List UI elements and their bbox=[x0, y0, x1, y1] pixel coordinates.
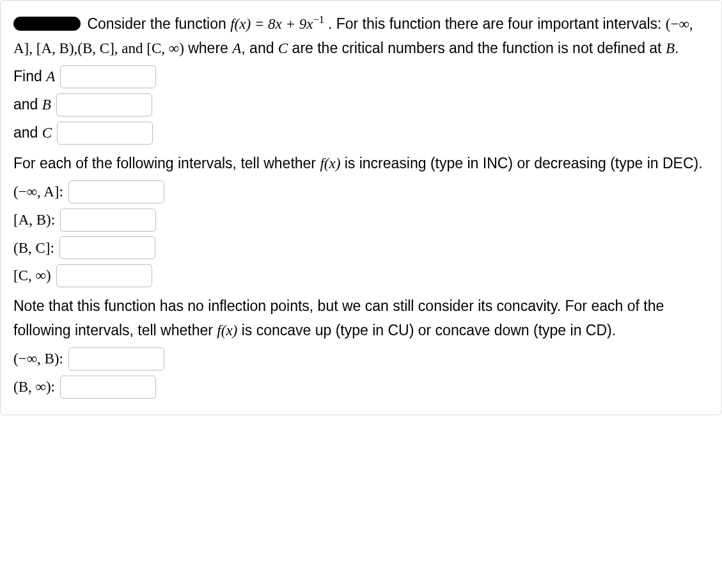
find-A-label: Find A bbox=[13, 65, 55, 89]
incdec-fx: f(x) bbox=[320, 155, 340, 171]
interval-3-label: (B, C]: bbox=[13, 236, 54, 260]
func-lhs: f(x) = 8x + 9x bbox=[230, 16, 313, 32]
input-interval-1[interactable] bbox=[68, 180, 164, 203]
find-A-pre: Find bbox=[13, 68, 46, 84]
func-exp: −1 bbox=[313, 13, 325, 26]
interval-2-label: [A, B): bbox=[13, 208, 55, 232]
concavity-fx: f(x) bbox=[217, 322, 237, 338]
concavity-1-label: (−∞, B): bbox=[13, 347, 63, 371]
input-interval-2[interactable] bbox=[60, 209, 156, 232]
find-C-var: C bbox=[42, 125, 52, 141]
intro-text-1b: . For this function there are four impor… bbox=[328, 15, 666, 32]
find-A-var: A bbox=[46, 68, 55, 84]
find-B-label: and B bbox=[13, 93, 51, 117]
intro-text-1f: . bbox=[675, 40, 679, 56]
concavity-1-row: (−∞, B): bbox=[13, 347, 709, 371]
concavity-2-row: (B, ∞): bbox=[13, 375, 709, 399]
intro-text-1d: , and bbox=[241, 40, 278, 56]
find-B-var: B bbox=[42, 97, 51, 113]
input-concavity-2[interactable] bbox=[60, 376, 156, 399]
function-expression: f(x) = 8x + 9x−1 bbox=[230, 16, 328, 32]
intro-text-1a: Consider the function bbox=[87, 15, 230, 32]
intro-text-1c: where bbox=[184, 40, 232, 56]
problem-statement: Consider the function f(x) = 8x + 9x−1 .… bbox=[13, 12, 709, 61]
concavity-2-label: (B, ∞): bbox=[13, 375, 55, 399]
interval-4-label: [C, ∞) bbox=[13, 264, 51, 288]
find-B-row: and B bbox=[13, 93, 709, 117]
find-C-pre: and bbox=[13, 124, 42, 141]
find-C-label: and C bbox=[13, 121, 52, 145]
incdec-instructions: For each of the following intervals, tel… bbox=[13, 152, 709, 176]
concavity-text-b: is concave up (type in CU) or concave do… bbox=[237, 322, 616, 338]
interval-1-label: (−∞, A]: bbox=[13, 180, 63, 204]
concavity-instructions: Note that this function has no inflectio… bbox=[13, 294, 709, 343]
interval-1-row: (−∞, A]: bbox=[13, 180, 709, 204]
var-C: C bbox=[278, 40, 288, 56]
input-B[interactable] bbox=[56, 93, 152, 116]
input-interval-3[interactable] bbox=[59, 236, 155, 259]
var-B: B bbox=[666, 40, 675, 56]
find-B-pre: and bbox=[13, 96, 42, 113]
input-A[interactable] bbox=[60, 65, 156, 88]
interval-3-row: (B, C]: bbox=[13, 236, 709, 260]
problem-container: Consider the function f(x) = 8x + 9x−1 .… bbox=[0, 0, 722, 415]
find-C-row: and C bbox=[13, 121, 709, 145]
find-A-row: Find A bbox=[13, 65, 709, 89]
interval-2-row: [A, B): bbox=[13, 208, 709, 232]
redacted-badge bbox=[13, 17, 81, 31]
input-concavity-1[interactable] bbox=[68, 347, 164, 370]
incdec-text-a: For each of the following intervals, tel… bbox=[13, 155, 320, 171]
incdec-text-b: is increasing (type in INC) or decreasin… bbox=[340, 155, 702, 171]
interval-4-row: [C, ∞) bbox=[13, 264, 709, 288]
var-A: A bbox=[232, 40, 241, 56]
input-interval-4[interactable] bbox=[56, 264, 152, 287]
input-C[interactable] bbox=[57, 122, 153, 145]
intro-text-1e: are the critical numbers and the functio… bbox=[288, 40, 666, 56]
